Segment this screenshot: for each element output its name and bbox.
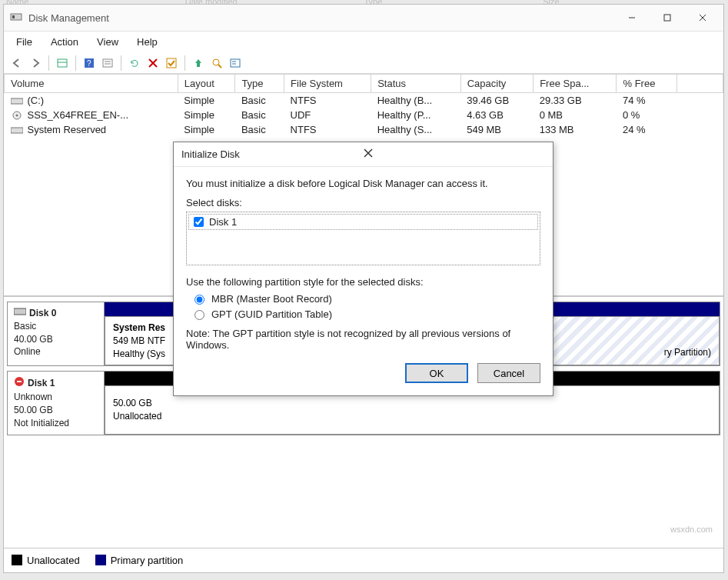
ok-button[interactable]: OK	[405, 363, 468, 383]
table-row[interactable]: System Reserved SimpleBasicNTFSHealthy (…	[5, 122, 723, 137]
up-icon[interactable]	[190, 55, 207, 72]
mbr-radio[interactable]	[194, 295, 204, 305]
col-capacity[interactable]: Capacity	[460, 75, 533, 93]
initialize-disk-dialog: Initialize Disk You must initialize a di…	[173, 142, 553, 396]
gpt-radio[interactable]	[194, 310, 204, 320]
svg-rect-18	[231, 59, 240, 67]
col-layout[interactable]: Layout	[178, 75, 235, 93]
svg-rect-1	[12, 15, 15, 18]
maximize-button[interactable]	[650, 7, 685, 28]
menu-file[interactable]: File	[8, 33, 40, 51]
list-icon[interactable]	[99, 55, 116, 72]
disk-warning-icon	[14, 376, 25, 391]
select-disks-label: Select disks:	[186, 197, 540, 208]
svg-point-23	[15, 115, 18, 117]
delete-icon[interactable]	[145, 55, 161, 72]
watermark: wsxdn.com	[670, 525, 713, 534]
minimize-button[interactable]	[614, 7, 650, 28]
gpt-note: Note: The GPT partition style is not rec…	[186, 328, 540, 351]
col-volume[interactable]: Volume	[5, 75, 178, 93]
disk-icon	[14, 307, 26, 320]
menubar: File Action View Help	[4, 32, 723, 52]
close-icon[interactable]	[364, 148, 546, 160]
svg-rect-25	[14, 308, 26, 315]
menu-view[interactable]: View	[89, 33, 126, 51]
col-status[interactable]: Status	[371, 75, 461, 93]
disc-icon	[11, 111, 23, 120]
disk-info: Disk 1 Unknown 50.00 GB Not Initialized	[8, 372, 105, 434]
col-pct[interactable]: % Free	[617, 75, 677, 93]
menu-action[interactable]: Action	[43, 33, 86, 51]
back-button[interactable]	[8, 55, 25, 72]
radio-gpt[interactable]: GPT (GUID Partition Table)	[191, 308, 540, 320]
forward-button[interactable]	[27, 55, 44, 72]
svg-rect-3	[664, 15, 670, 21]
drive-icon	[11, 96, 23, 105]
col-free[interactable]: Free Spa...	[534, 75, 617, 93]
legend-swatch-primary	[95, 555, 106, 565]
svg-text:?: ?	[87, 59, 91, 68]
disk1-checkbox[interactable]	[194, 217, 204, 227]
properties-icon[interactable]	[227, 55, 244, 72]
dialog-message: You must initialize a disk before Logica…	[186, 178, 540, 189]
disk-info: Disk 0 Basic 40.00 GB Online	[8, 302, 105, 365]
table-row[interactable]: SSS_X64FREE_EN-... SimpleBasicUDFHealthy…	[5, 108, 723, 122]
refresh-icon[interactable]	[126, 55, 143, 72]
svg-rect-15	[167, 58, 176, 68]
disk1-label: Disk 1	[209, 216, 237, 228]
app-icon	[10, 11, 22, 25]
svg-rect-21	[11, 98, 23, 104]
svg-point-16	[213, 59, 219, 65]
svg-rect-6	[58, 59, 67, 67]
col-type[interactable]: Type	[235, 75, 284, 93]
check-icon[interactable]	[163, 55, 180, 72]
svg-line-17	[218, 65, 221, 68]
drive-icon	[11, 125, 23, 135]
table-row[interactable]: (C:) SimpleBasicNTFSHealthy (B...39.46 G…	[5, 93, 723, 108]
help-icon[interactable]: ?	[81, 55, 98, 72]
search-icon[interactable]	[208, 55, 225, 72]
cancel-button[interactable]: Cancel	[477, 363, 540, 383]
partition-style-label: Use the following partition style for th…	[186, 276, 540, 288]
dialog-title: Initialize Disk	[181, 148, 364, 160]
table-header-row: Volume Layout Type File System Status Ca…	[5, 75, 723, 93]
menu-help[interactable]: Help	[129, 33, 165, 51]
disk-checkbox-row[interactable]: Disk 1	[188, 214, 538, 230]
titlebar[interactable]: Disk Management	[4, 5, 723, 32]
toolbar: ?	[4, 52, 723, 74]
legend: Unallocated Primary partition	[4, 548, 723, 572]
view-icon[interactable]	[54, 55, 71, 72]
window-title: Disk Management	[28, 12, 109, 24]
legend-swatch-unallocated	[12, 555, 22, 565]
close-button[interactable]	[685, 7, 720, 28]
disk-select-list[interactable]: Disk 1	[186, 212, 540, 265]
radio-mbr[interactable]: MBR (Master Boot Record)	[191, 292, 540, 305]
dialog-titlebar[interactable]: Initialize Disk	[174, 142, 553, 167]
svg-rect-24	[11, 128, 23, 133]
col-fs[interactable]: File System	[284, 75, 371, 93]
svg-rect-10	[103, 59, 112, 67]
